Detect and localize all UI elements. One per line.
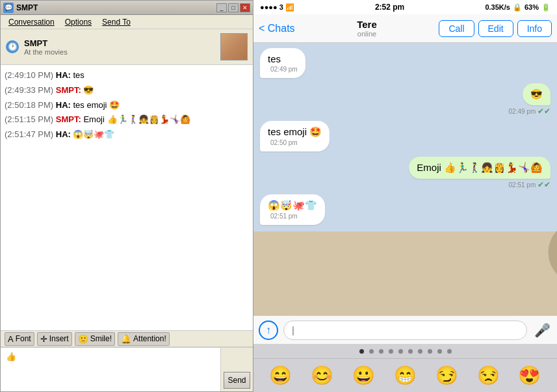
msg-bubble-sent-1: 😎: [523, 83, 551, 105]
window-title: SMPT: [16, 3, 38, 12]
dot-1: [359, 349, 364, 354]
chat-line-5: (2:51:47 PM) HA: 😱🤯🐙👕: [5, 128, 249, 142]
font-icon: A: [8, 334, 14, 344]
microphone-button[interactable]: 🎤: [532, 320, 552, 340]
contact-status: At the movies: [24, 48, 215, 56]
send-label: Send: [227, 376, 246, 385]
contact-info: SMPT At the movies: [24, 38, 215, 56]
info-button[interactable]: Info: [517, 20, 552, 37]
msg-time-r2: 02:50 pm: [268, 139, 322, 146]
msg-text-3: tes emoji 🤩: [73, 100, 120, 110]
emoji-key-7[interactable]: 😍: [518, 365, 541, 386]
emoji-key-5[interactable]: 😏: [435, 365, 458, 386]
msg-bubble-sent-2: Emoji 👍🏃‍♂️🚶‍♀️👧👸💃🤸🏽‍♀️🙆: [409, 157, 551, 179]
msg-text-s1: 😎: [530, 88, 543, 99]
smile-label: Smile!: [90, 334, 112, 343]
chat-toolbar: A Font ✛ Insert 🙂 Smile! 🔔 Attention!: [1, 330, 253, 347]
dot-2: [369, 349, 374, 354]
title-bar: 💬 SMPT _ □ ✕: [1, 1, 253, 15]
ios-nav-bar: < Chats Tere online Call Edit Info: [253, 14, 557, 43]
msg-sender-2: SMPT:: [56, 85, 84, 95]
msg-text-r1: tes: [268, 53, 281, 64]
insert-button[interactable]: ✛ Insert: [37, 332, 72, 346]
msg-time-5: (2:51:47 PM): [5, 129, 56, 139]
dot-3: [379, 349, 383, 354]
status-time: 2:52 pm: [375, 3, 404, 12]
msg-text-4: Emoji 👍🏃‍♂️🚶‍♀️👧👸💃🤸🏽‍♀️🙆: [83, 114, 190, 124]
msg-time-3: (2:50:18 PM): [5, 100, 56, 110]
contact-header: 🕐 SMPT At the movies: [1, 29, 253, 65]
send-button-container: Send: [220, 348, 253, 391]
emoji-key-1[interactable]: 😄: [269, 365, 292, 386]
menu-options[interactable]: Options: [62, 16, 94, 28]
msg-bubble-received-2: tes emoji 🤩 02:50 pm: [260, 121, 330, 151]
checkmark-icon-2: ✔✔: [538, 180, 551, 189]
chat-messages: (2:49:10 PM) HA: tes (2:49:33 PM) SMPT: …: [1, 65, 253, 330]
avatar-image: [221, 34, 247, 60]
dot-10: [447, 349, 452, 354]
ios-msg-received-2: tes emoji 🤩 02:50 pm: [260, 121, 330, 151]
dot-5: [398, 349, 403, 354]
msg-time-r3: 02:51 pm: [268, 213, 317, 220]
contact-avatar: [220, 33, 248, 60]
font-button[interactable]: A Font: [5, 332, 34, 346]
nav-title: Tere online: [295, 19, 439, 38]
emoji-key-4[interactable]: 😁: [394, 365, 417, 386]
ios-messages: tes 02:49 pm 😎 02:49 pm ✔✔ tes emoji 🤩 0…: [253, 43, 557, 315]
ios-input-bar: ↑ 🎤: [253, 315, 557, 344]
message-input[interactable]: 👍: [1, 348, 220, 391]
input-area: 👍 Send: [1, 347, 253, 391]
menu-bar: Conversation Options Send To: [1, 15, 253, 29]
ios-msg-sent-1: 😎 02:49 pm ✔✔: [509, 83, 551, 116]
msg-text-r3: 😱🤯🐙👕: [268, 200, 317, 211]
emoji-key-3[interactable]: 😀: [352, 365, 375, 386]
emoji-key-2[interactable]: 😊: [311, 365, 333, 386]
emoji-key-6[interactable]: 😒: [477, 365, 500, 386]
dot-9: [437, 349, 442, 354]
msg-time-s2: 02:51 pm ✔✔: [509, 180, 551, 189]
status-right: 0.35K/s 🔒 63% 🔋: [485, 3, 551, 12]
chat-line-3: (2:50:18 PM) HA: tes emoji 🤩: [5, 99, 249, 112]
ios-emoji-bar: 😄 😊 😀 😁 😏 😒 😍: [253, 358, 557, 392]
ios-status-bar: ●●●● 3 📶 2:52 pm 0.35K/s 🔒 63% 🔋: [253, 0, 557, 14]
msg-time-4: (2:51:15 PM): [5, 114, 56, 124]
contact-name: SMPT: [24, 38, 215, 48]
msg-text-s2: Emoji 👍🏃‍♂️🚶‍♀️👧👸💃🤸🏽‍♀️🙆: [417, 162, 543, 173]
maximize-button[interactable]: □: [228, 3, 239, 12]
ios-text-input[interactable]: [283, 320, 527, 340]
send-button[interactable]: Send: [224, 372, 250, 389]
title-bar-buttons: _ □ ✕: [216, 3, 250, 12]
msg-sender-5: HA:: [56, 129, 73, 139]
back-button[interactable]: < Chats: [259, 23, 295, 34]
menu-sendto[interactable]: Send To: [99, 16, 133, 28]
menu-conversation[interactable]: Conversation: [6, 16, 57, 28]
attention-icon: 🔔: [121, 334, 131, 344]
insert-label: Insert: [49, 334, 69, 343]
dot-8: [428, 349, 432, 354]
smile-button[interactable]: 🙂 Smile!: [75, 332, 115, 346]
smile-icon: 🙂: [78, 334, 88, 344]
msg-text-r2: tes emoji 🤩: [268, 126, 322, 137]
attention-button[interactable]: 🔔 Attention!: [118, 332, 170, 346]
battery-icon: 🔋: [541, 3, 551, 12]
minimize-button[interactable]: _: [216, 3, 227, 12]
left-panel: 💬 SMPT _ □ ✕ Conversation Options Send T…: [0, 0, 253, 392]
speed-indicator: 0.35K/s: [485, 3, 510, 11]
close-button[interactable]: ✕: [240, 3, 250, 12]
msg-time-r1: 02:49 pm: [268, 66, 298, 73]
msg-sender-4: SMPT:: [56, 114, 84, 124]
chat-line-2: (2:49:33 PM) SMPT: 😎: [5, 84, 249, 98]
msg-text-5: 😱🤯🐙👕: [73, 129, 114, 139]
msg-sender-3: HA:: [56, 100, 73, 110]
chat-line-1: (2:49:10 PM) HA: tes: [5, 69, 249, 83]
ios-msg-received-1: tes 02:49 pm: [260, 48, 305, 78]
ios-msg-sent-2: Emoji 👍🏃‍♂️🚶‍♀️👧👸💃🤸🏽‍♀️🙆 02:51 pm ✔✔: [409, 157, 551, 189]
wifi-icon: 📶: [285, 3, 294, 12]
msg-sender-1: HA:: [56, 70, 73, 80]
upload-button[interactable]: ↑: [259, 320, 278, 340]
call-button[interactable]: Call: [439, 20, 474, 37]
app-icon: 💬: [3, 3, 14, 13]
dot-4: [389, 349, 393, 354]
title-bar-left: 💬 SMPT: [3, 3, 38, 13]
edit-button[interactable]: Edit: [478, 20, 513, 37]
